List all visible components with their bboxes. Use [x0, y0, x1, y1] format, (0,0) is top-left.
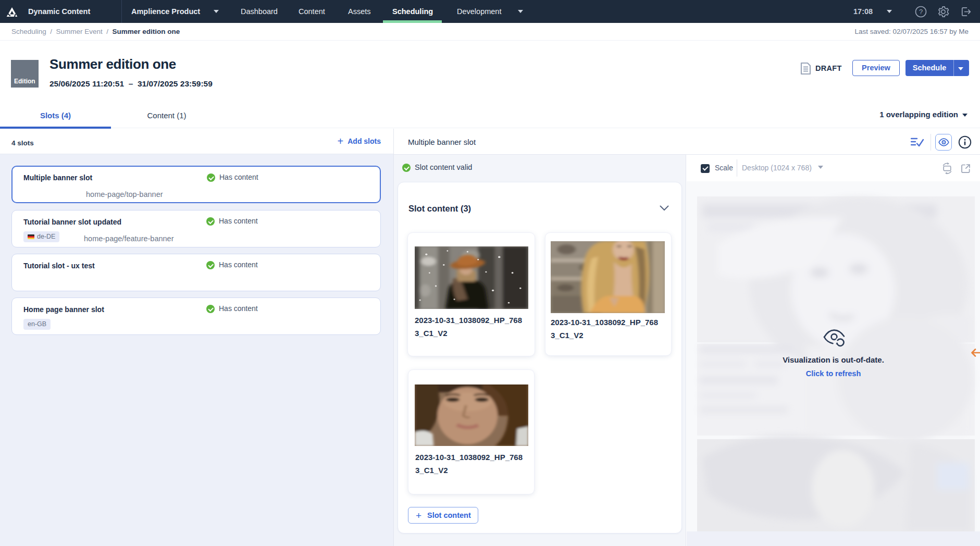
svg-text:?: ? — [919, 8, 923, 16]
